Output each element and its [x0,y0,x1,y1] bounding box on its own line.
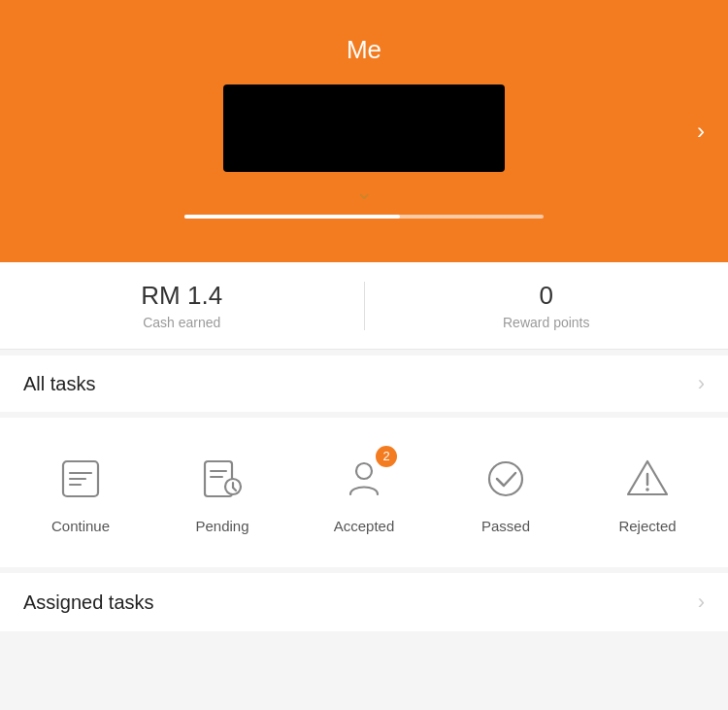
pending-icon [201,457,244,500]
pending-label: Pending [195,518,248,534]
all-tasks-label: All tasks [23,373,95,395]
task-pending-button[interactable]: Pending [151,452,293,534]
assigned-tasks-row[interactable]: Assigned tasks › [0,573,728,631]
task-continue-button[interactable]: Continue [10,452,151,534]
progress-bar-fill [184,215,400,219]
continue-label: Continue [51,518,110,534]
accepted-badge: 2 [376,446,397,467]
passed-label: Passed [481,518,530,534]
cash-value: RM 1.4 [141,281,222,311]
task-icons-section: Continue Pending 2 Accepted [0,418,728,573]
header-chevron-right-icon[interactable]: › [697,118,705,145]
cash-earned-stat: RM 1.4 Cash earned [0,281,364,330]
profile-card[interactable] [223,85,505,172]
all-tasks-row[interactable]: All tasks › [0,350,728,418]
accepted-label: Accepted [334,518,395,534]
all-tasks-chevron-icon: › [698,371,705,396]
reward-label: Reward points [503,315,590,330]
task-rejected-button[interactable]: Rejected [577,452,718,534]
assigned-tasks-chevron-icon: › [698,590,705,615]
progress-bar [184,215,544,219]
rejected-label: Rejected [618,518,676,534]
page-title: Me [347,35,381,65]
passed-icon-wrapper [479,452,533,506]
task-passed-button[interactable]: Passed [435,452,577,534]
passed-icon [484,457,527,500]
stats-section: RM 1.4 Cash earned 0 Reward points [0,262,728,350]
profile-chevron-icon: ⌄ [355,180,373,205]
task-accepted-button[interactable]: 2 Accepted [293,452,435,534]
header-section: Me ⌄ › [0,0,728,262]
rejected-icon [626,457,669,500]
reward-points-stat: 0 Reward points [365,281,729,330]
rejected-icon-wrapper [620,452,675,506]
pending-icon-wrapper [195,452,249,506]
reward-value: 0 [540,281,553,311]
accepted-icon-wrapper: 2 [337,452,391,506]
assigned-tasks-label: Assigned tasks [23,592,154,614]
svg-point-14 [645,488,649,491]
continue-icon-wrapper [53,452,108,506]
continue-icon [59,457,102,500]
svg-point-10 [356,463,372,479]
svg-point-11 [489,462,522,495]
cash-label: Cash earned [143,315,220,330]
